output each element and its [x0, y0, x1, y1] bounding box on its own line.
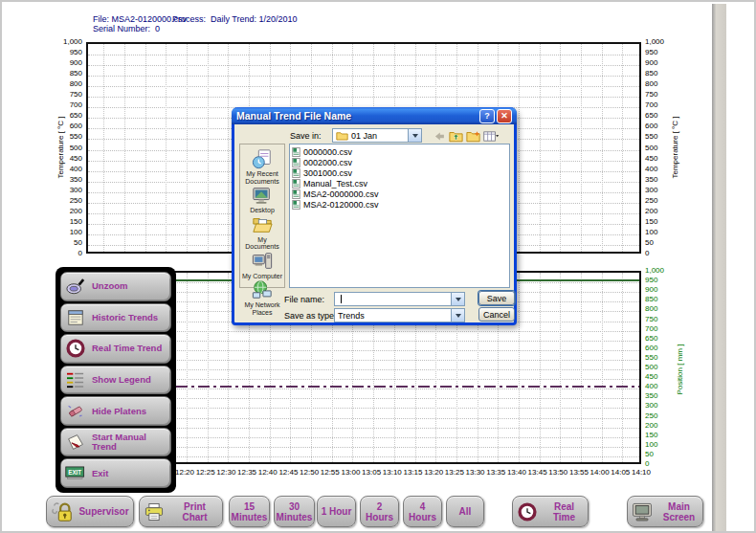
- documents-folder-icon: [252, 214, 273, 235]
- x-tick-label: 12:25: [196, 468, 215, 477]
- sidebar-button-hide-platens[interactable]: Hide Platens: [60, 396, 171, 426]
- y-tick-label: 200: [645, 422, 683, 430]
- toolbar-button-real-time[interactable]: Real Time: [512, 496, 589, 527]
- y-tick-label: 450: [44, 155, 82, 163]
- sidebar-button-unzoom[interactable]: Unzoom: [60, 272, 171, 301]
- place-my-documents[interactable]: My Documents: [240, 214, 284, 251]
- x-tick-label: 14:05: [611, 468, 630, 477]
- main-screen-label: Main Screen: [658, 501, 700, 522]
- sidebar-button-real-time-trend[interactable]: Real Time Trend: [60, 334, 171, 364]
- gridline-vertical: [187, 273, 188, 462]
- x-tick-label: 13:35: [486, 468, 505, 477]
- place-my-network-places[interactable]: My Network Places: [240, 279, 284, 316]
- y-tick-label: 100: [44, 229, 82, 236]
- sidebar-button-exit[interactable]: EXITExit: [60, 458, 171, 488]
- save-as-type-combobox[interactable]: Trends: [334, 308, 465, 322]
- y-tick-label: 700: [44, 101, 82, 109]
- note-pencil-icon: [65, 433, 86, 452]
- recent-documents-icon: [252, 148, 273, 169]
- save-button[interactable]: Save: [478, 291, 515, 305]
- csv-file-icon: [292, 147, 300, 157]
- y-tick-label: 1,000: [44, 38, 82, 46]
- file-item[interactable]: Manual_Test.csv: [292, 178, 507, 189]
- place-my-recent-documents[interactable]: My Recent Documents: [240, 148, 284, 185]
- create-new-folder-button[interactable]: [466, 128, 480, 144]
- toolbar-button-print-chart[interactable]: Print Chart: [139, 496, 223, 527]
- toolbar-button-15-minutes[interactable]: 15 Minutes: [229, 496, 270, 527]
- toolbar-button-supervisor[interactable]: Supervisor: [46, 496, 134, 527]
- unzoom-label: Unzoom: [92, 281, 127, 291]
- file-list[interactable]: 0000000.csv0002000.csv3001000.csvManual_…: [289, 144, 510, 288]
- y-tick-label: 800: [645, 80, 683, 88]
- file-item[interactable]: 3001000.csv: [292, 167, 507, 178]
- dialog-toolbar: [433, 128, 492, 144]
- x-tick-label: 12:35: [237, 468, 256, 477]
- sidebar-button-show-legend[interactable]: Show Legend: [60, 366, 171, 395]
- y-tick-label: 800: [44, 80, 82, 88]
- save-as-type-value: Trends: [338, 311, 365, 321]
- toolbar-button-30-minutes[interactable]: 30 Minutes: [274, 496, 315, 527]
- gridline-vertical: [103, 44, 104, 252]
- dropdown-arrow-icon[interactable]: [408, 129, 421, 142]
- all-label: All: [459, 506, 472, 517]
- y-tick-label: 550: [44, 133, 82, 141]
- supervisor-label: Supervisor: [78, 506, 128, 517]
- cancel-button[interactable]: Cancel: [478, 307, 515, 322]
- y-tick-label: 500: [645, 364, 683, 371]
- x-tick-label: 13:10: [383, 468, 402, 477]
- place-label: My Documents: [240, 236, 284, 251]
- csv-file-icon: [292, 189, 300, 199]
- gridline-vertical: [540, 44, 541, 252]
- save-in-combobox[interactable]: 01 Jan: [332, 128, 422, 143]
- y-tick-label: 900: [645, 286, 683, 294]
- toolbar-button-2-hours[interactable]: 2 Hours: [360, 496, 399, 527]
- y-tick-label: 0: [645, 250, 683, 257]
- 30-minutes-label: 30 Minutes: [277, 501, 313, 522]
- y-tick-label: 850: [645, 70, 683, 78]
- file-item[interactable]: MSA2-0000000.csv: [292, 189, 507, 199]
- clock-icon: [516, 500, 539, 523]
- place-my-computer[interactable]: My Computer: [242, 251, 282, 280]
- file-name-input[interactable]: [334, 292, 465, 306]
- gridline-vertical: [208, 44, 209, 252]
- file-item[interactable]: 0000000.csv: [292, 146, 507, 157]
- y-tick-label: 0: [645, 460, 683, 468]
- file-item-label: 0000000.csv: [303, 147, 352, 157]
- file-item-label: Manual_Test.csv: [303, 179, 367, 189]
- toolbar-button-1-hour[interactable]: 1 Hour: [317, 496, 356, 527]
- 4-hours-label: 4 Hours: [407, 501, 438, 522]
- y-tick-label: 750: [645, 91, 683, 99]
- hide-platens-label: Hide Platens: [92, 407, 146, 416]
- place-desktop[interactable]: Desktop: [250, 185, 275, 214]
- toolbar-button-4-hours[interactable]: 4 Hours: [403, 496, 442, 527]
- y-tick-label: 250: [44, 197, 82, 205]
- 15-minutes-label: 15 Minutes: [232, 501, 268, 522]
- places-bar: My Recent DocumentsDesktopMy DocumentsMy…: [239, 144, 285, 288]
- x-tick-label: 13:40: [507, 468, 526, 477]
- view-menu-button[interactable]: [483, 128, 500, 144]
- toolbar-button-all[interactable]: All: [446, 496, 484, 527]
- x-tick-label: 12:55: [321, 468, 340, 477]
- y-tick-label: 50: [44, 239, 82, 247]
- toolbar-button-main-screen[interactable]: Main Screen: [627, 496, 703, 527]
- file-item[interactable]: MSA2-0120000.csv: [292, 199, 507, 210]
- help-button[interactable]: ?: [479, 109, 495, 123]
- gridline-vertical: [540, 273, 541, 462]
- sidebar-button-historic-trends[interactable]: Historic Trends: [60, 303, 171, 333]
- dropdown-arrow-icon[interactable]: [451, 309, 464, 322]
- back-button[interactable]: [433, 128, 446, 144]
- exit-label: Exit: [92, 469, 108, 478]
- dropdown-arrow-icon[interactable]: [451, 293, 464, 305]
- x-tick-label: 14:10: [632, 468, 651, 477]
- sidebar-button-start-manual-trend[interactable]: Start Manual Trend: [60, 428, 171, 457]
- y-tick-label: 150: [645, 218, 683, 226]
- close-button[interactable]: ✕: [497, 109, 512, 123]
- y-tick-label: 650: [44, 112, 82, 120]
- y-tick-label: 500: [44, 144, 82, 152]
- up-one-level-button[interactable]: [449, 128, 463, 144]
- file-item[interactable]: 0002000.csv: [292, 157, 507, 167]
- y-tick-label: 100: [645, 441, 683, 449]
- trend-menu-panel: UnzoomHistoric TrendsReal Time TrendShow…: [56, 267, 176, 493]
- dialog-titlebar[interactable]: Manual Trend File Name ? ✕: [232, 107, 517, 124]
- y-tick-label: 750: [645, 316, 683, 323]
